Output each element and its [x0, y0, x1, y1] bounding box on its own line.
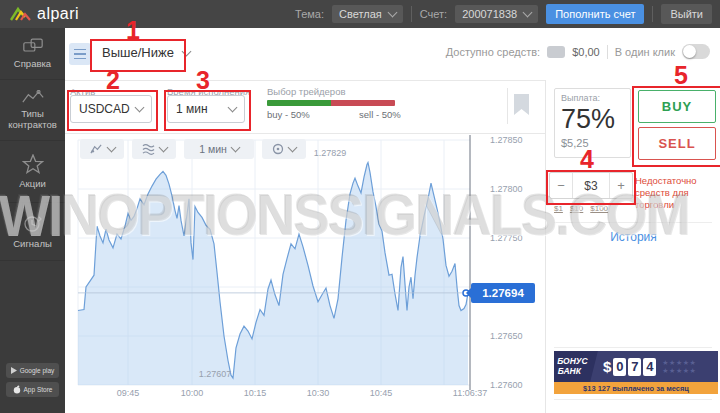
- bookmark-icon[interactable]: [514, 94, 529, 115]
- svg-text:1.27750: 1.27750: [490, 233, 523, 243]
- payout-percent: 75%: [561, 104, 624, 135]
- chevron-down-icon: [158, 143, 168, 153]
- svg-text:11:06:37: 11:06:37: [453, 388, 487, 398]
- sidebar-item-contract-types[interactable]: Типы контрактов: [0, 80, 65, 141]
- sell-button[interactable]: SELL: [638, 127, 716, 160]
- payout-amount: $5,25: [561, 137, 624, 149]
- instrument-header: Выше/Ниже Доступно средств: $0,00 В один…: [65, 28, 720, 81]
- divider: [411, 6, 412, 22]
- currency-sign: $: [603, 358, 611, 375]
- trade-panel: Выплата: 75% $5,25 BUY SELL − $3 + $1 $1…: [545, 80, 720, 413]
- waves-icon: [142, 143, 155, 155]
- quick-amount-1[interactable]: $1: [554, 204, 563, 213]
- indicators-button[interactable]: [132, 139, 176, 159]
- app-badges: Google play App Store: [0, 363, 65, 397]
- funds-value: $0,00: [572, 46, 600, 58]
- trading-app: alpari Тема: Светлая Счет: 200071838 Поп…: [0, 0, 720, 413]
- sidebar-item-help[interactable]: Справка: [0, 28, 65, 80]
- logout-button[interactable]: Выйти: [661, 4, 712, 24]
- divider: [554, 222, 712, 223]
- menu-button[interactable]: [69, 43, 91, 65]
- expiry-value: 1 мин: [176, 102, 208, 116]
- chevron-down-icon: [387, 8, 397, 18]
- stake-decrease-button[interactable]: −: [550, 173, 573, 198]
- chevron-down-icon: [523, 8, 533, 18]
- buy-share-label: buy - 50%: [267, 109, 310, 120]
- one-click-label: В один клик: [615, 46, 675, 58]
- sidebar: Справка Типы контрактов Акции Сигналы Go…: [0, 28, 65, 413]
- account-label: Счет:: [420, 8, 447, 20]
- buy-button[interactable]: BUY: [638, 90, 716, 123]
- payout-label: Выплата:: [561, 93, 624, 103]
- account-select[interactable]: 200071838: [455, 5, 538, 23]
- main-content: Выше/Ниже Доступно средств: $0,00 В один…: [65, 28, 720, 413]
- deposit-button[interactable]: Пополнить счет: [546, 4, 644, 24]
- theme-label: Тема:: [295, 8, 324, 20]
- price-chart[interactable]: 1.278501.278001.277501.276501.2760009:45…: [65, 133, 545, 400]
- chart-type-button[interactable]: [80, 139, 124, 159]
- svg-text:09:45: 09:45: [117, 388, 140, 398]
- asset-select[interactable]: USDCAD: [70, 95, 152, 123]
- play-icon: [11, 367, 17, 374]
- chart-settings-button[interactable]: [262, 139, 306, 159]
- funds-label: Доступно средств:: [446, 46, 540, 58]
- theme-select[interactable]: Светлая: [332, 5, 403, 23]
- asset-controls: Актив USDCAD Время исполнения 1 мин Выбо…: [65, 80, 545, 134]
- chevron-down-icon: [181, 46, 191, 56]
- apple-icon: [13, 385, 21, 394]
- bonus-banner[interactable]: БОНУС БАНК $ 0 7 4 ★★★★★★★★★★ $13 127 вы…: [554, 351, 718, 394]
- stars-icon: ★★★★★★★★★★: [662, 359, 696, 374]
- current-price-tag: 1.27694: [471, 283, 535, 303]
- one-click-toggle[interactable]: [682, 44, 710, 59]
- insufficient-funds-warning: Недостаточно средств для торговли: [635, 175, 717, 211]
- quick-amounts: $1 $10 $100: [554, 204, 608, 213]
- traders-choice-bar: [267, 100, 395, 106]
- svg-text:10:30: 10:30: [307, 388, 330, 398]
- sell-share-bar: [331, 100, 395, 106]
- svg-text:1.27650: 1.27650: [490, 331, 523, 341]
- app-store-label: App Store: [24, 386, 53, 393]
- quick-amount-10[interactable]: $10: [570, 204, 583, 213]
- bonus-digit: 0: [613, 358, 626, 376]
- timeframe-button[interactable]: 1 мин: [184, 139, 254, 159]
- chevron-down-icon: [230, 143, 240, 153]
- svg-text:1.27800: 1.27800: [490, 184, 523, 194]
- svg-text:1.27850: 1.27850: [490, 135, 523, 145]
- quick-amount-100[interactable]: $100: [590, 204, 608, 213]
- stake-stepper: − $3 +: [549, 172, 633, 199]
- divider: [507, 88, 508, 124]
- sidebar-item-label: Справка: [14, 59, 51, 70]
- svg-text:10:00: 10:00: [181, 388, 204, 398]
- chevron-down-icon: [106, 143, 116, 153]
- clock-signal-icon: [23, 214, 43, 234]
- app-store-badge[interactable]: App Store: [6, 382, 59, 397]
- divider: [652, 6, 653, 22]
- expiry-select[interactable]: 1 мин: [167, 95, 245, 123]
- gear-icon: [272, 143, 284, 155]
- topbar-right: Тема: Светлая Счет: 200071838 Пополнить …: [295, 4, 712, 24]
- chart-canvas[interactable]: 1.278501.278001.277501.276501.2760009:45…: [65, 133, 545, 400]
- stake-increase-button[interactable]: +: [609, 173, 632, 198]
- sidebar-item-promotions[interactable]: Акции: [0, 141, 65, 203]
- bank-word: БАНК: [558, 367, 581, 376]
- asset-value: USDCAD: [79, 102, 130, 116]
- alpari-logo-icon: [10, 6, 32, 22]
- divider: [607, 45, 608, 59]
- bonus-digit: 7: [628, 358, 641, 376]
- sidebar-item-signals[interactable]: Сигналы: [0, 203, 65, 261]
- bonus-banner-main: БОНУС БАНК $ 0 7 4 ★★★★★★★★★★: [554, 351, 718, 382]
- instrument-type-select[interactable]: Выше/Ниже: [102, 45, 190, 60]
- divider: [554, 399, 712, 400]
- payout-card: Выплата: 75% $5,25: [554, 88, 631, 158]
- line-chart-icon: [90, 143, 103, 155]
- bonus-banner-footer: $13 127 выплачено за месяц: [554, 382, 718, 394]
- svg-text:1.27607: 1.27607: [199, 369, 232, 379]
- instrument-type-value: Выше/Ниже: [102, 45, 174, 60]
- svg-text:1.27600: 1.27600: [490, 380, 523, 390]
- google-play-badge[interactable]: Google play: [6, 363, 59, 378]
- alpari-logo[interactable]: alpari: [10, 5, 79, 23]
- timeframe-value: 1 мин: [199, 143, 227, 155]
- sell-share-label: sell - 50%: [359, 109, 401, 120]
- history-link[interactable]: История: [546, 230, 720, 244]
- traders-choice-label: Выбор трейдеров: [267, 86, 345, 97]
